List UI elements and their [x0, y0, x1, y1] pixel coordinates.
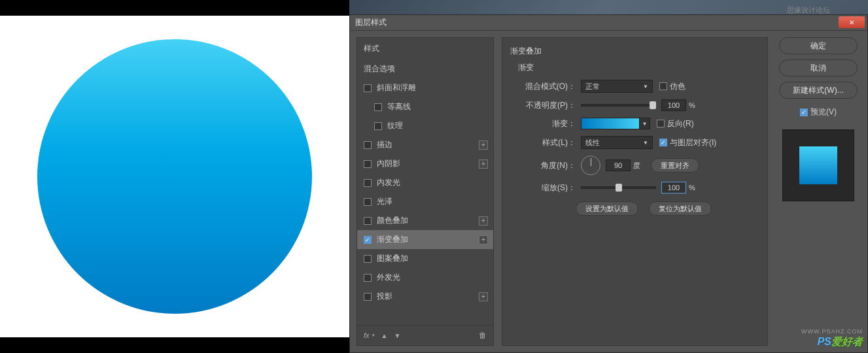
fx-menu-icon[interactable]: ▾: [372, 333, 375, 338]
style-item-contour[interactable]: 等高线: [357, 97, 493, 116]
dither-checkbox[interactable]: [659, 82, 667, 90]
scale-input[interactable]: 100: [661, 182, 686, 193]
blend-options-item[interactable]: 混合选项: [357, 59, 493, 78]
style-label: 样式(L)：: [510, 137, 581, 148]
ok-button[interactable]: 确定: [779, 37, 858, 54]
preview-label: 预览(V): [810, 107, 837, 118]
add-icon[interactable]: +: [479, 292, 488, 301]
chevron-down-icon: ▼: [643, 84, 648, 90]
add-icon[interactable]: +: [479, 160, 488, 169]
checkbox[interactable]: [364, 84, 372, 92]
up-arrow-icon[interactable]: ▲: [381, 332, 388, 339]
opacity-input[interactable]: 100: [661, 99, 686, 111]
style-item-color-overlay[interactable]: 颜色叠加 +: [357, 211, 493, 230]
reverse-checkbox[interactable]: [657, 120, 665, 127]
watermark-top: 思缘设计论坛: [787, 5, 830, 15]
group-label: 渐变: [510, 62, 759, 73]
section-title: 渐变叠加: [510, 46, 759, 57]
checkbox[interactable]: ✓: [364, 236, 372, 244]
style-item-bevel[interactable]: 斜面和浮雕: [357, 78, 493, 97]
checkbox[interactable]: [364, 141, 372, 149]
add-icon[interactable]: +: [479, 141, 488, 150]
gradient-label: 渐变：: [510, 118, 581, 129]
style-item-pattern-overlay[interactable]: 图案叠加: [357, 249, 493, 268]
blend-mode-select[interactable]: 正常 ▼: [581, 80, 653, 93]
angle-input[interactable]: 90: [606, 160, 631, 171]
canvas-area: [0, 16, 349, 337]
opacity-label: 不透明度(P)：: [510, 100, 581, 111]
angle-dial[interactable]: [581, 156, 600, 175]
add-icon[interactable]: +: [479, 235, 488, 244]
styles-header[interactable]: 样式: [357, 38, 493, 59]
gradient-circle: [37, 39, 312, 314]
style-item-drop-shadow[interactable]: 投影 +: [357, 287, 493, 306]
styles-list-panel: 样式 混合选项 斜面和浮雕 等高线 纹理 描边 +: [356, 37, 494, 346]
cancel-button[interactable]: 取消: [779, 59, 858, 76]
layer-style-dialog: 图层样式 ✕ 样式 混合选项 斜面和浮雕 等高线 纹理: [349, 14, 868, 353]
angle-hand: [591, 158, 591, 166]
align-label: 与图层对齐(I): [670, 137, 716, 148]
checkbox[interactable]: [364, 255, 372, 263]
style-item-texture[interactable]: 纹理: [357, 116, 493, 135]
slider-thumb[interactable]: [616, 184, 622, 192]
dialog-titlebar: 图层样式 ✕: [350, 15, 867, 31]
style-item-outer-glow[interactable]: 外发光: [357, 268, 493, 287]
gradient-swatch[interactable]: [581, 118, 640, 129]
gradient-overlay-settings: 渐变叠加 渐变 混合模式(O)： 正常 ▼ 仿色 不透明度(P)： 100 %: [502, 37, 768, 346]
checkbox[interactable]: [364, 293, 372, 301]
checkbox[interactable]: [374, 103, 382, 111]
style-item-inner-glow[interactable]: 内发光: [357, 173, 493, 192]
style-select[interactable]: 线性 ▼: [581, 136, 653, 149]
preview-box: [782, 129, 854, 201]
checkbox[interactable]: [364, 160, 372, 168]
styles-footer: fx ▾ ▲ ▼ 🗑: [357, 325, 493, 345]
dither-label: 仿色: [670, 81, 686, 92]
angle-label: 角度(N)：: [510, 160, 581, 171]
trash-icon[interactable]: 🗑: [479, 331, 487, 340]
scale-label: 缩放(S)：: [510, 182, 581, 193]
fx-icon[interactable]: fx: [364, 331, 370, 339]
chevron-down-icon: ▼: [643, 140, 648, 146]
style-item-stroke[interactable]: 描边 +: [357, 135, 493, 154]
preview-swatch: [799, 146, 837, 184]
right-buttons-panel: 确定 取消 新建样式(W)... ✓ 预览(V): [776, 37, 861, 346]
reverse-label: 反向(R): [667, 118, 694, 129]
checkbox[interactable]: [364, 179, 372, 187]
align-checkbox[interactable]: ✓: [659, 139, 667, 146]
checkbox[interactable]: [364, 217, 372, 225]
preview-checkbox[interactable]: ✓: [800, 109, 808, 116]
style-item-inner-shadow[interactable]: 内阴影 +: [357, 154, 493, 173]
checkbox[interactable]: [364, 198, 372, 206]
slider-thumb[interactable]: [650, 101, 656, 109]
close-button[interactable]: ✕: [839, 16, 865, 28]
add-icon[interactable]: +: [479, 216, 488, 226]
checkbox[interactable]: [364, 274, 372, 282]
style-item-satin[interactable]: 光泽: [357, 192, 493, 211]
opacity-slider[interactable]: [581, 104, 656, 107]
set-default-button[interactable]: 设置为默认值: [576, 201, 638, 216]
reset-align-button[interactable]: 重置对齐: [651, 158, 699, 173]
watermark-url: WWW.PSAHZ.COM: [801, 328, 863, 335]
watermark-logo: PS爱好者: [818, 335, 863, 349]
down-arrow-icon[interactable]: ▼: [394, 332, 400, 339]
blend-mode-label: 混合模式(O)：: [510, 81, 581, 92]
scale-slider[interactable]: [581, 186, 656, 189]
checkbox[interactable]: [374, 122, 382, 130]
new-style-button[interactable]: 新建样式(W)...: [779, 82, 858, 99]
reset-default-button[interactable]: 复位为默认值: [649, 201, 712, 216]
dialog-title-text: 图层样式: [355, 17, 387, 28]
style-item-gradient-overlay[interactable]: ✓ 渐变叠加 +: [357, 230, 493, 249]
gradient-dropdown[interactable]: ▼: [640, 118, 650, 129]
